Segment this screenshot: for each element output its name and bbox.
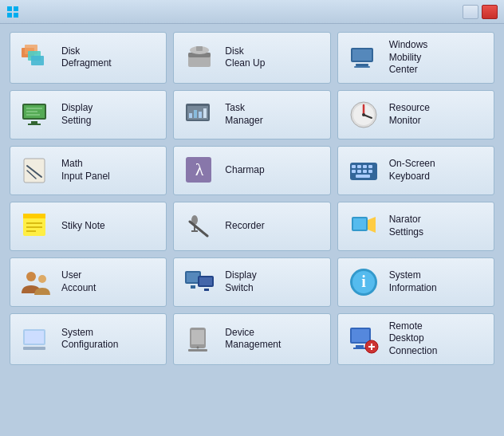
tile-mobility-center[interactable]: Windows Mobility Center: [337, 32, 494, 84]
title-bar: [0, 0, 504, 24]
svg-rect-39: [352, 165, 356, 168]
tile-display-setting[interactable]: Display Setting: [10, 90, 167, 139]
svg-rect-11: [196, 46, 203, 51]
onscreen-keyboard-icon: [346, 153, 381, 188]
svg-rect-14: [356, 64, 368, 66]
svg-rect-63: [187, 273, 199, 282]
narrator-settings-label: Narator Settings: [389, 214, 423, 238]
mobility-center-label: Windows Mobility Center: [389, 39, 428, 77]
windows-logo-icon: [6, 6, 19, 18]
display-setting-icon: [18, 97, 53, 132]
svg-rect-79: [352, 329, 369, 342]
svg-rect-49: [23, 214, 45, 218]
svg-rect-58: [353, 218, 366, 230]
svg-rect-22: [28, 124, 41, 125]
svg-point-61: [38, 275, 46, 283]
tile-system-configuration[interactable]: System Configuration: [10, 313, 167, 365]
svg-rect-47: [356, 175, 370, 178]
svg-text:i: i: [361, 273, 366, 290]
svg-rect-44: [357, 170, 361, 173]
svg-point-60: [26, 272, 36, 281]
resource-monitor-icon: [346, 97, 381, 132]
task-manager-icon: [182, 97, 217, 132]
sticky-note-icon: [18, 209, 53, 244]
svg-rect-67: [204, 289, 209, 291]
svg-line-56: [190, 222, 207, 236]
display-setting-label: Display Setting: [61, 102, 93, 127]
tile-task-manager[interactable]: Task Manager: [173, 90, 330, 139]
tile-sticky-note[interactable]: Stiky Note: [10, 202, 167, 251]
user-account-icon: [18, 265, 53, 300]
tile-user-account[interactable]: User Account: [10, 257, 167, 307]
tile-recorder[interactable]: Recorder: [173, 202, 330, 251]
svg-point-31: [362, 113, 365, 116]
svg-rect-65: [199, 277, 212, 285]
disk-defrag-label: Disk Defragment: [61, 45, 112, 70]
disk-defrag-icon: [18, 40, 53, 75]
tile-onscreen-keyboard[interactable]: On-Screen Keyboard: [337, 146, 494, 195]
svg-rect-45: [363, 170, 367, 173]
tiles-grid: Disk DefragmentDisk Clean UpWindows Mobi…: [10, 32, 494, 365]
svg-rect-73: [23, 347, 45, 350]
svg-rect-81: [353, 348, 366, 349]
system-configuration-label: System Configuration: [61, 327, 118, 352]
resource-monitor-label: Resource Monitor: [389, 102, 430, 127]
close-button[interactable]: [482, 5, 498, 19]
svg-rect-26: [194, 110, 197, 118]
svg-rect-25: [189, 113, 192, 118]
svg-rect-41: [363, 165, 367, 168]
sticky-note-label: Stiky Note: [61, 220, 105, 233]
svg-rect-21: [31, 121, 37, 124]
system-information-icon: i: [346, 265, 381, 300]
svg-rect-15: [354, 66, 370, 68]
system-configuration-icon: [18, 321, 53, 356]
svg-text:λ: λ: [195, 159, 204, 179]
svg-rect-13: [352, 49, 372, 61]
onscreen-keyboard-label: On-Screen Keyboard: [389, 158, 435, 183]
svg-rect-77: [188, 349, 207, 352]
svg-rect-75: [191, 330, 204, 344]
svg-point-76: [197, 347, 199, 349]
tile-resource-monitor[interactable]: Resource Monitor: [337, 90, 494, 139]
display-switch-icon: [182, 265, 217, 300]
tile-charmap[interactable]: λCharmap: [173, 146, 330, 195]
tile-math-input[interactable]: Math Input Panel: [10, 146, 167, 195]
system-information-label: System Information: [389, 269, 437, 294]
disk-cleanup-label: Disk Clean Up: [225, 45, 265, 70]
tile-narrator-settings[interactable]: Narator Settings: [337, 202, 494, 251]
svg-rect-3: [14, 13, 18, 18]
svg-rect-2: [7, 13, 12, 18]
user-account-label: User Account: [61, 269, 96, 294]
svg-rect-0: [7, 6, 12, 11]
svg-rect-42: [368, 165, 372, 168]
tile-disk-cleanup[interactable]: Disk Clean Up: [173, 32, 330, 84]
recorder-icon: [182, 209, 217, 244]
svg-rect-1: [14, 6, 18, 11]
remote-connection-label: Remote Desktop Connection: [389, 320, 438, 358]
svg-rect-80: [356, 345, 364, 348]
disk-cleanup-icon: [182, 40, 217, 75]
svg-rect-72: [25, 331, 44, 344]
tile-remote-connection[interactable]: Remote Desktop Connection: [337, 313, 494, 365]
svg-rect-7: [31, 56, 44, 65]
recorder-label: Recorder: [225, 220, 264, 233]
math-input-label: Math Input Panel: [61, 158, 110, 183]
svg-rect-66: [191, 285, 195, 289]
svg-marker-59: [368, 217, 376, 233]
mobility-center-icon: [346, 40, 381, 75]
svg-rect-28: [203, 108, 207, 118]
tile-device-management[interactable]: Device Management: [173, 313, 330, 365]
tile-system-information[interactable]: iSystem Information: [337, 257, 494, 307]
tile-display-switch[interactable]: Display Switch: [173, 257, 330, 307]
help-button[interactable]: [463, 5, 478, 19]
main-content: Disk DefragmentDisk Clean UpWindows Mobi…: [0, 24, 504, 436]
svg-rect-40: [357, 165, 361, 168]
device-management-icon: [182, 321, 217, 356]
tile-disk-defrag[interactable]: Disk Defragment: [10, 32, 167, 84]
svg-rect-27: [199, 112, 202, 118]
remote-connection-icon: [346, 321, 381, 356]
task-manager-label: Task Manager: [225, 102, 262, 127]
svg-rect-43: [352, 170, 356, 173]
svg-rect-46: [368, 170, 372, 173]
display-switch-label: Display Switch: [225, 269, 256, 294]
